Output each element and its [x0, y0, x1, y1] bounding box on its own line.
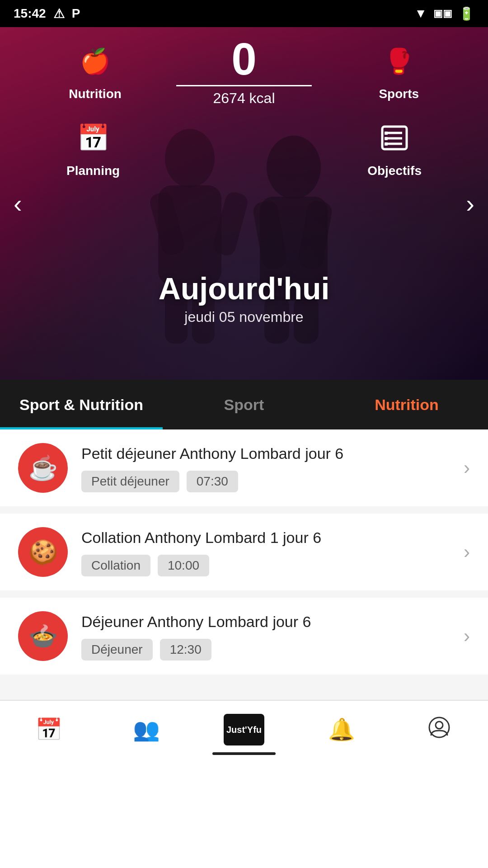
snack-category-tag: Collation: [81, 555, 150, 576]
tabs-bar: Sport & Nutrition Sport Nutrition: [0, 380, 488, 429]
tab-nutrition[interactable]: Nutrition: [325, 380, 488, 429]
counter-divider: [176, 85, 312, 86]
breakfast-tags: Petit déjeuner 07:30: [81, 471, 450, 492]
svg-rect-16: [385, 132, 388, 135]
lunch-title: Déjeuner Anthony Lombard jour 6: [81, 612, 450, 632]
bottom-nav-notifications[interactable]: 🔔: [293, 717, 390, 742]
breakfast-time-tag: 07:30: [187, 471, 238, 492]
sports-nav-button[interactable]: 🥊 Sports: [379, 41, 419, 101]
breakfast-category-tag: Petit déjeuner: [81, 471, 179, 492]
planning-icon: 📅: [73, 118, 113, 158]
app-logo: Just'Yfu: [224, 714, 264, 745]
prev-day-button[interactable]: ‹: [5, 180, 31, 227]
activity-list: ☕ Petit déjeuner Anthony Lombard jour 6 …: [0, 429, 488, 700]
wifi-icon: ▼: [414, 6, 427, 21]
profile-icon: [428, 716, 450, 744]
snack-time-tag: 10:00: [158, 555, 209, 576]
breakfast-title: Petit déjeuner Anthony Lombard jour 6: [81, 443, 450, 463]
snack-title: Collation Anthony Lombard 1 jour 6: [81, 528, 450, 547]
snack-content: Collation Anthony Lombard 1 jour 6 Colla…: [81, 528, 450, 576]
list-item[interactable]: 🍲 Déjeuner Anthony Lombard jour 6 Déjeun…: [0, 598, 488, 675]
svg-rect-18: [385, 142, 388, 146]
svg-point-20: [436, 722, 443, 729]
hero-date-section: Aujourd'hui jeudi 05 novembre: [159, 271, 330, 326]
status-bar: 15:42 ⚠ P ▼ ▣▣ 🔋: [0, 0, 488, 27]
lunch-icon: 🍲: [18, 611, 68, 661]
breakfast-icon: ☕: [18, 443, 68, 493]
sports-label: Sports: [379, 87, 419, 101]
bottom-nav-friends[interactable]: 👥: [98, 717, 195, 742]
lunch-category-tag: Déjeuner: [81, 639, 153, 660]
bottom-nav-profile[interactable]: [390, 716, 488, 744]
calendar-icon: 📅: [35, 717, 62, 742]
tab-sport[interactable]: Sport: [163, 380, 325, 429]
breakfast-content: Petit déjeuner Anthony Lombard jour 6 Pe…: [81, 443, 450, 492]
planning-nav-button[interactable]: 📅 Planning: [66, 118, 120, 178]
parking-icon: P: [72, 6, 80, 21]
objectifs-icon: [374, 118, 415, 158]
bottom-nav-calendar[interactable]: 📅: [0, 717, 98, 742]
signal-icon: ▣▣: [433, 8, 452, 19]
notification-bell-icon: 🔔: [328, 717, 355, 742]
breakfast-chevron-icon: ›: [464, 457, 470, 479]
today-label: Aujourd'hui: [159, 271, 330, 306]
snack-tags: Collation 10:00: [81, 555, 450, 576]
objectifs-nav-button[interactable]: Objectifs: [367, 118, 422, 178]
snack-chevron-icon: ›: [464, 541, 470, 563]
hero-section: 🍎 Nutrition 🥊 Sports 0 2674 kcal 📅 Plann…: [0, 27, 488, 380]
nutrition-label: Nutrition: [69, 87, 122, 101]
warning-icon: ⚠: [53, 6, 65, 21]
svg-point-19: [429, 717, 449, 737]
hero-counter-section: 0 2674 kcal: [176, 36, 312, 107]
bottom-navigation: 📅 👥 Just'Yfu 🔔: [0, 700, 488, 759]
next-day-button[interactable]: ›: [457, 180, 483, 227]
hero-nav-bottom: 📅 Planning Objectifs: [0, 118, 488, 178]
list-item[interactable]: ☕ Petit déjeuner Anthony Lombard jour 6 …: [0, 429, 488, 506]
nutrition-icon: 🍎: [75, 41, 116, 81]
nutrition-nav-button[interactable]: 🍎 Nutrition: [69, 41, 122, 101]
home-indicator: [212, 752, 276, 755]
date-text: jeudi 05 novembre: [159, 309, 330, 326]
svg-rect-17: [385, 137, 388, 140]
battery-icon: 🔋: [459, 6, 474, 21]
list-item[interactable]: 🍪 Collation Anthony Lombard 1 jour 6 Col…: [0, 514, 488, 590]
calorie-counter: 0: [231, 36, 257, 81]
kcal-label: 2674 kcal: [213, 90, 275, 107]
sports-icon: 🥊: [379, 41, 419, 81]
lunch-time-tag: 12:30: [160, 639, 211, 660]
lunch-content: Déjeuner Anthony Lombard jour 6 Déjeuner…: [81, 612, 450, 660]
lunch-tags: Déjeuner 12:30: [81, 639, 450, 660]
snack-icon: 🍪: [18, 527, 68, 577]
friends-icon: 👥: [133, 717, 160, 742]
time: 15:42: [14, 6, 46, 21]
bottom-nav-logo[interactable]: Just'Yfu: [195, 714, 293, 745]
planning-label: Planning: [66, 164, 120, 178]
lunch-chevron-icon: ›: [464, 625, 470, 647]
tab-sport-nutrition[interactable]: Sport & Nutrition: [0, 380, 163, 429]
objectifs-label: Objectifs: [367, 164, 422, 178]
